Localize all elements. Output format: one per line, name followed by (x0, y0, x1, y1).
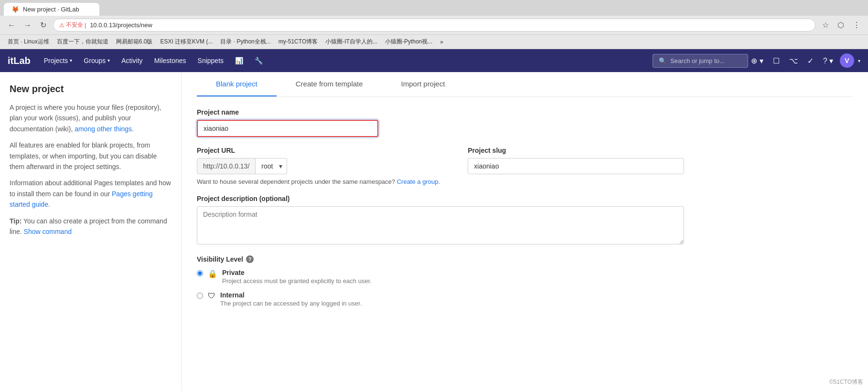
forward-button[interactable]: → (22, 19, 33, 32)
bookmark-6[interactable]: 小猿圈-IT自学人的... (323, 37, 379, 47)
namespace-select[interactable]: root (256, 158, 287, 174)
visibility-private-option: 🔒 Private Project access must be granted… (197, 269, 684, 285)
visibility-title: Visibility Level ? (197, 255, 684, 263)
tip-label: Tip: (10, 217, 21, 225)
new-project-form: Project name Project URL http://10.0.0.1… (197, 108, 684, 307)
nav-activity[interactable]: Activity (116, 49, 148, 72)
avatar-letter: V (845, 57, 849, 64)
nav-projects[interactable]: Projects ▾ (38, 49, 78, 72)
description-label: Project description (optional) (197, 195, 684, 202)
new-item-button[interactable]: ⊕ ▾ (748, 53, 766, 68)
project-slug-input[interactable] (468, 158, 684, 174)
visibility-help-icon[interactable]: ? (246, 255, 254, 263)
bookmark-button[interactable]: ☆ (820, 19, 831, 32)
watermark: ©51CTO博客 (829, 378, 863, 386)
tab-blank-project[interactable]: Blank project (197, 72, 277, 96)
tab-favicon: 🦊 (11, 6, 19, 13)
menu-button[interactable]: ⋮ (851, 19, 862, 32)
url-base: http://10.0.0.13/ (197, 158, 256, 174)
avatar-chevron: ▾ (858, 58, 860, 63)
description-textarea[interactable] (197, 206, 684, 244)
tab-create-from-template[interactable]: Create from template (277, 72, 382, 96)
content-area: Blank project Create from template Impor… (182, 72, 868, 391)
bookmark-5[interactable]: my-51CTO博客 (277, 37, 320, 47)
extension-button[interactable]: ⬡ (836, 19, 846, 32)
tab-bar: 🦊 New project · GitLab (0, 0, 868, 16)
main-content: New project A project is where you house… (0, 72, 868, 391)
url-slug-row: Project URL http://10.0.0.13/ root Proje… (197, 147, 684, 174)
project-slug-group: Project slug (468, 147, 684, 174)
issues-button[interactable]: ☐ (770, 53, 782, 68)
nav-settings-icon[interactable]: 🔧 (249, 49, 268, 72)
create-group-link[interactable]: Create a group. (397, 178, 440, 185)
sidebar-pages-info: Information about additional Pages templ… (10, 178, 171, 210)
search-box[interactable]: 🔍 Search or jump to... (653, 54, 748, 68)
address-field[interactable]: ⚠ 不安全 | 10.0.0.13/projects/new (53, 19, 815, 32)
browser-tab[interactable]: 🦊 New project · GitLab (4, 3, 99, 16)
tab-title: New project · GitLab (23, 6, 79, 13)
sidebar-desc-1: A project is where you house your files … (10, 102, 171, 134)
bookmark-2[interactable]: 网易邮箱6.0版 (114, 37, 155, 47)
back-button[interactable]: ← (6, 19, 17, 32)
help-button[interactable]: ? ▾ (820, 53, 836, 68)
url-row: http://10.0.0.13/ root (197, 158, 456, 174)
visibility-private-title: Private (222, 269, 372, 276)
search-icon: 🔍 (659, 57, 666, 64)
nav-groups[interactable]: Groups ▾ (78, 49, 116, 72)
visibility-internal-radio[interactable] (197, 293, 203, 299)
visibility-private-desc: Project access must be granted explicitl… (222, 277, 372, 285)
visibility-internal-title: Internal (220, 291, 362, 299)
project-name-label: Project name (197, 108, 684, 116)
project-url-group: Project URL http://10.0.0.13/ root (197, 147, 456, 174)
sidebar-desc-2: All features are enabled for blank proje… (10, 140, 171, 172)
browser-chrome: 🦊 New project · GitLab ← → ↻ ⚠ 不安全 | 10.… (0, 0, 868, 49)
visibility-internal-desc: The project can be accessed by any logge… (220, 300, 362, 307)
namespace-hint: Want to house several dependent projects… (197, 178, 684, 185)
user-avatar[interactable]: V (840, 53, 854, 68)
bookmark-3[interactable]: ESXI 迁移至KVM (... (158, 37, 214, 47)
bookmark-7[interactable]: 小猿圈-Python视... (383, 37, 434, 47)
todo-button[interactable]: ✓ (804, 53, 816, 68)
visibility-internal-option: 🛡 Internal The project can be accessed b… (197, 291, 684, 307)
internal-shield-icon: 🛡 (208, 292, 215, 300)
nav-projects-chevron: ▾ (70, 49, 72, 72)
visibility-private-radio[interactable] (197, 270, 203, 276)
nav-milestones-label: Milestones (154, 49, 186, 72)
merge-request-button[interactable]: ⌥ (786, 53, 801, 68)
sidebar: New project A project is where you house… (0, 72, 182, 391)
nav-activity-label: Activity (121, 49, 142, 72)
gitlab-logo[interactable]: itLab (8, 55, 31, 66)
project-url-label: Project URL (197, 147, 456, 154)
project-slug-label: Project slug (468, 147, 684, 154)
among-other-things-link[interactable]: among other things (75, 125, 132, 133)
nav-icons: ⊕ ▾ ☐ ⌥ ✓ ? ▾ V ▾ (748, 53, 860, 68)
bookmark-0[interactable]: 首页 · Linux运维 (6, 37, 51, 47)
refresh-button[interactable]: ↻ (38, 19, 48, 32)
project-tabs: Blank project Create from template Impor… (197, 72, 853, 97)
gitlab-nav: itLab Projects ▾ Groups ▾ Activity Miles… (0, 49, 868, 72)
namespace-select-wrapper: root (256, 158, 287, 174)
nav-milestones[interactable]: Milestones (149, 49, 192, 72)
show-command-link[interactable]: Show command (24, 228, 72, 235)
search-placeholder: Search or jump to... (670, 57, 724, 64)
nav-stats-icon[interactable]: 📊 (229, 49, 249, 72)
nav-projects-label: Projects (44, 49, 68, 72)
page-title: New project (10, 84, 171, 95)
description-group: Project description (optional) (197, 195, 684, 246)
visibility-private-label: Private Project access must be granted e… (222, 269, 372, 285)
visibility-internal-label: Internal The project can be accessed by … (220, 291, 362, 307)
address-text: 10.0.0.13/projects/new (90, 21, 152, 29)
bookmark-4[interactable]: 目录 · Python全栈... (218, 37, 272, 47)
bookmark-more[interactable]: » (438, 38, 445, 46)
sidebar-tip: Tip: You can also create a project from … (10, 216, 171, 237)
bookmarks-bar: 首页 · Linux运维 百度一下，你就知道 网易邮箱6.0版 ESXI 迁移至… (0, 34, 868, 49)
tab-import-project[interactable]: Import project (382, 72, 464, 96)
visibility-section: Visibility Level ? 🔒 Private Project acc… (197, 255, 684, 307)
project-name-input[interactable] (197, 120, 378, 137)
nav-snippets[interactable]: Snippets (192, 49, 229, 72)
address-bar: ← → ↻ ⚠ 不安全 | 10.0.0.13/projects/new ☆ ⬡… (0, 16, 868, 34)
project-name-group: Project name (197, 108, 684, 137)
private-lock-icon: 🔒 (208, 269, 217, 278)
nav-groups-label: Groups (84, 49, 106, 72)
bookmark-1[interactable]: 百度一下，你就知道 (55, 37, 110, 47)
